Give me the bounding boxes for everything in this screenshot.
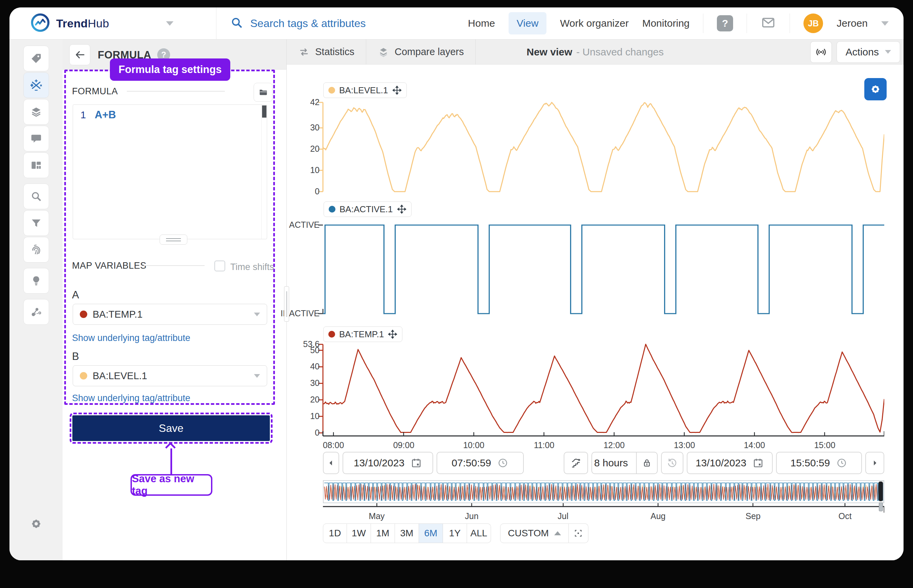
mail-icon[interactable] <box>761 15 776 32</box>
selection-handle[interactable] <box>879 481 883 501</box>
top-bar: TrendHub Search tags & attributes Home V… <box>10 7 903 40</box>
app-window: TrendHub Search tags & attributes Home V… <box>10 7 903 560</box>
chart-area: Statistics Compare layers New view - Uns… <box>287 40 903 560</box>
range-1y[interactable]: 1Y <box>443 523 467 543</box>
sidebar-item-comments[interactable] <box>23 126 49 152</box>
to-date-field[interactable]: 13/10/2023 <box>687 452 773 474</box>
formula-settings-callout: Formula tag settings <box>110 58 230 81</box>
range-3m[interactable]: 3M <box>395 523 419 543</box>
save-button[interactable]: Save <box>72 415 270 441</box>
from-date-field[interactable]: 13/10/2023 <box>343 452 433 474</box>
actions-button[interactable]: Actions <box>837 41 900 63</box>
range-1w[interactable]: 1W <box>347 523 371 543</box>
show-underlying-link-b[interactable]: Show underlying tag/attribute <box>72 393 190 404</box>
open-saved-formula-button[interactable] <box>254 83 272 102</box>
chart-settings-button[interactable] <box>864 78 887 100</box>
history-icon <box>667 457 678 469</box>
sidebar-item-connections[interactable] <box>23 299 49 325</box>
reset-time-button[interactable] <box>661 452 683 474</box>
workspace-chevron-down-icon[interactable] <box>166 21 173 26</box>
sidebar-item-dashboards[interactable] <box>23 152 49 178</box>
tag-color-dot <box>80 310 87 318</box>
pan-right-button[interactable] <box>865 452 884 474</box>
comment-icon <box>30 132 42 145</box>
divider <box>144 265 205 266</box>
lock-duration-button[interactable] <box>636 452 657 473</box>
sidebar-group-search <box>23 184 49 263</box>
move-icon <box>392 86 402 95</box>
editor-scrollbar[interactable] <box>261 105 267 239</box>
legend-ba-active[interactable]: BA:ACTIVE.1 <box>324 201 411 217</box>
level-trend-chart[interactable] <box>317 101 884 193</box>
formula-code-editor[interactable]: 1 A+B <box>73 104 267 239</box>
range-1m[interactable]: 1M <box>371 523 395 543</box>
temp-trend-chart[interactable] <box>317 342 884 435</box>
temp-y-axis-labels: 53.650403020100 <box>287 40 319 560</box>
sidebar-item-tags[interactable] <box>23 45 49 71</box>
move-icon <box>388 330 397 339</box>
sidebar-item-ideas[interactable] <box>23 268 49 294</box>
variable-b-label: B <box>72 351 79 363</box>
variable-a-dropdown[interactable]: BA:TEMP.1 <box>73 304 267 325</box>
active-trend-chart[interactable] <box>317 223 884 316</box>
overview-mini-chart <box>324 481 884 502</box>
range-1d[interactable]: 1D <box>323 523 347 543</box>
dropdown-chevron-down-icon <box>254 374 260 378</box>
duration-button[interactable]: 8 hours <box>592 457 630 469</box>
sidebar-settings[interactable] <box>29 516 44 533</box>
chevron-up-icon <box>554 531 561 535</box>
legend-ba-level[interactable]: BA:LEVEL.1 <box>323 82 407 98</box>
time-shifts-label: Time shifts <box>230 262 274 272</box>
from-time-field[interactable]: 07:50:59 <box>437 452 524 474</box>
live-broadcast-button[interactable] <box>810 41 832 63</box>
divider <box>746 13 747 33</box>
show-underlying-link-a[interactable]: Show underlying tag/attribute <box>72 333 190 343</box>
lock-icon <box>641 457 652 468</box>
context-overview-strip[interactable] <box>323 480 884 503</box>
funnel-icon <box>30 217 42 229</box>
chart-type-button[interactable] <box>564 452 588 474</box>
sidebar-item-formulas[interactable] <box>23 72 49 98</box>
sidebar-group-ideas <box>23 268 49 294</box>
legend-ba-temp[interactable]: BA:TEMP.1 <box>323 326 402 342</box>
avatar[interactable]: JB <box>803 13 823 33</box>
panel-collapse-handle[interactable] <box>284 286 289 322</box>
range-all[interactable]: ALL <box>467 523 491 543</box>
range-presets: 1D 1W 1M 3M 6M 1Y ALL <box>323 523 491 543</box>
nav-monitoring[interactable]: Monitoring <box>642 18 690 29</box>
help-button[interactable]: ? <box>717 15 733 31</box>
pan-left-button[interactable] <box>323 452 339 474</box>
trendhub-logo-icon <box>31 13 50 34</box>
time-shifts-checkbox[interactable] <box>214 260 225 271</box>
variable-b-dropdown[interactable]: BA:LEVEL.1 <box>73 365 267 386</box>
lightbulb-icon <box>30 275 42 287</box>
nav-work-organizer[interactable]: Work organizer <box>560 18 629 29</box>
custom-range-button[interactable]: CUSTOM <box>500 523 569 543</box>
broadcast-icon <box>814 45 827 58</box>
editor-scrollbar-thumb[interactable] <box>262 105 267 118</box>
sidebar-item-search[interactable] <box>23 184 49 209</box>
compare-layers-button[interactable]: Compare layers <box>366 40 476 65</box>
range-6m[interactable]: 6M <box>419 523 443 543</box>
series-color-dot <box>329 331 335 338</box>
compare-layers-icon <box>378 46 389 58</box>
back-button[interactable] <box>69 44 90 65</box>
editor-resize-handle[interactable] <box>160 234 187 245</box>
user-menu-chevron-down-icon[interactable] <box>881 21 889 26</box>
global-search[interactable]: Search tags & attributes <box>217 7 468 39</box>
nav-home[interactable]: Home <box>468 18 495 29</box>
calendar-icon <box>411 457 422 469</box>
to-time-field[interactable]: 15:50:59 <box>776 452 862 474</box>
nav-view[interactable]: View <box>508 12 546 34</box>
selection-knob[interactable] <box>879 502 883 511</box>
sidebar-item-fingerprint[interactable] <box>23 237 49 263</box>
sidebar-item-filter[interactable] <box>23 210 49 236</box>
month-axis-labels: MayJunJulAugSepOct <box>317 511 884 522</box>
fit-selection-button[interactable] <box>569 523 588 543</box>
sidebar-item-layers[interactable] <box>23 99 49 125</box>
folder-icon <box>258 87 268 97</box>
search-icon <box>230 16 243 31</box>
editor-code[interactable]: A+B <box>95 109 116 121</box>
search-input[interactable]: Search tags & attributes <box>250 17 366 30</box>
map-variables-label: MAP VARIABLES <box>72 260 146 271</box>
